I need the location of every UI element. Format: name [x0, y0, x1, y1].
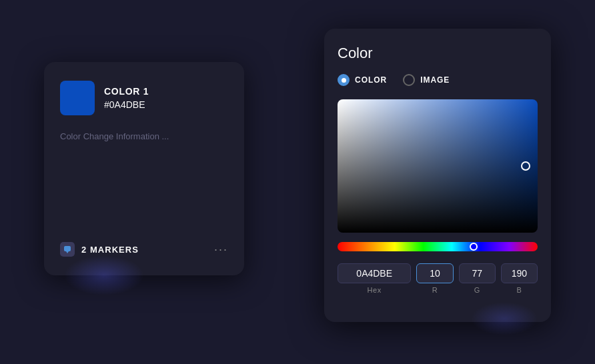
mode-image-label: IMAGE [420, 75, 450, 85]
mode-color-label: COLOR [355, 75, 387, 85]
g-input[interactable] [459, 263, 496, 283]
hex-label: Hex [368, 286, 382, 294]
markers-row: 2 MARKERS ··· [60, 231, 228, 257]
mode-row: COLOR IMAGE [338, 74, 538, 86]
b-input-group: B [501, 263, 538, 294]
color-hex-value: #0A4DBE [104, 99, 149, 110]
g-input-group: G [459, 263, 496, 294]
b-input[interactable] [501, 263, 538, 283]
gradient-picker[interactable] [338, 99, 538, 233]
r-input-group: R [416, 263, 453, 294]
hex-input-group: Hex [338, 263, 411, 294]
radio-color-inner [342, 78, 346, 83]
hue-thumb [470, 243, 478, 251]
marker-icon [60, 242, 75, 257]
color-header: COLOR 1 #0A4DBE [60, 81, 228, 115]
svg-rect-0 [64, 246, 71, 251]
gradient-cursor [521, 161, 530, 171]
color-picker-panel: Color COLOR IMAGE Hex [324, 29, 551, 322]
panel-title: Color [338, 45, 538, 62]
g-label: G [474, 286, 480, 294]
markers-text: 2 MARKERS [81, 245, 139, 255]
color-change-info: Color Change Information ... [60, 131, 228, 141]
hex-input[interactable] [338, 263, 411, 283]
mode-image-option[interactable]: IMAGE [403, 74, 450, 86]
r-input[interactable] [416, 263, 453, 283]
b-label: B [516, 286, 522, 294]
hue-slider[interactable] [338, 242, 538, 251]
color-swatch[interactable] [60, 81, 95, 115]
mode-color-option[interactable]: COLOR [338, 74, 387, 86]
radio-image[interactable] [403, 74, 415, 86]
color-title: COLOR 1 [104, 86, 149, 97]
dots-menu-button[interactable]: ··· [214, 243, 228, 257]
color-card: COLOR 1 #0A4DBE Color Change Information… [44, 62, 244, 275]
radio-color[interactable] [338, 74, 350, 86]
color-info: COLOR 1 #0A4DBE [104, 86, 149, 110]
channel-inputs-row: Hex R G B [338, 263, 538, 294]
r-label: R [432, 286, 438, 294]
